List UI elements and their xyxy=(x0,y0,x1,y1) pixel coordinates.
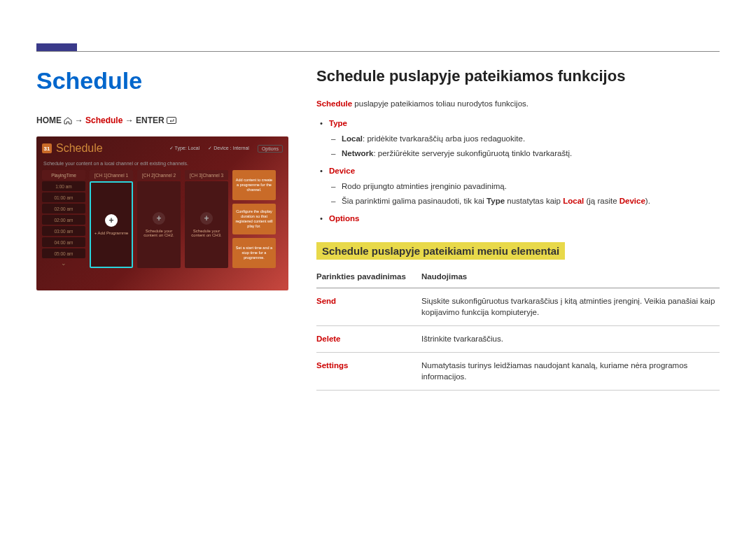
intro-line: Schedule puslapyje pateikiamos toliau nu… xyxy=(316,98,720,110)
sc-side-tip: Set a start time and a stop time for a p… xyxy=(232,238,276,268)
table-row: Send Siųskite sukonfigūruotus tvarkarašč… xyxy=(316,288,720,325)
opt-name-delete: Delete xyxy=(316,326,421,353)
sc-time-row: 1:00 am xyxy=(42,181,85,191)
chevron-down-icon: ⌄ xyxy=(42,260,85,268)
breadcrumb-home: HOME xyxy=(36,115,62,125)
sc-time-row: 04:00 am xyxy=(42,237,85,247)
table-row: Delete Ištrinkite tvarkaraščius. xyxy=(316,326,720,353)
breadcrumb-arrow-1: → xyxy=(75,115,83,125)
svg-rect-0 xyxy=(167,118,176,124)
device-note-mid: nustatytas kaip xyxy=(505,197,563,205)
opt-name-send: Send xyxy=(316,288,421,325)
table-row: Settings Numatytasis turinys leidžiamas … xyxy=(316,352,720,390)
type-local-label: Local xyxy=(342,134,363,143)
sc-channel-2: [CH 2]Channel 2 + Schedule your content … xyxy=(137,170,181,268)
opt-desc-send: Siųskite sukonfigūruotus tvarkaraščius į… xyxy=(421,288,720,325)
feature-options-label: Options xyxy=(329,214,359,223)
opt-name-settings: Settings xyxy=(316,352,421,390)
right-column: Schedule puslapyje pateikiamos funkcijos… xyxy=(316,67,720,391)
sc-header: 31 Schedule Type: Local Device : Interna… xyxy=(42,142,283,159)
sc-time-row: 05:00 am xyxy=(42,248,85,258)
device-note: Šia parinktimi galima pasinaudoti, tik k… xyxy=(342,195,720,208)
sc-title: Schedule xyxy=(56,142,103,155)
breadcrumb-schedule: Schedule xyxy=(85,115,122,125)
options-table: Parinkties pavadinimas Naudojimas Send S… xyxy=(316,267,720,391)
device-note-device: Device xyxy=(620,197,645,205)
sc-subtitle: Schedule your content on a local channel… xyxy=(42,159,283,170)
intro-text: puslapyje pateikiamos toliau nurodytos f… xyxy=(352,99,528,108)
sc-meta-type: Type: Local xyxy=(169,146,200,151)
left-column: Schedule HOME → Schedule → ENTER 31 Sche… xyxy=(36,67,288,290)
schedule-screenshot: 31 Schedule Type: Local Device : Interna… xyxy=(36,136,288,290)
type-sublist: Local: pridėkite tvarkaraščių arba juos … xyxy=(329,133,720,161)
feature-options: Options xyxy=(329,212,720,225)
sc-channels: [CH 1]Channel 1 + + Add Programme [CH 2]… xyxy=(90,170,228,268)
device-note-pre: Šia parinktimi galima pasinaudoti, tik k… xyxy=(342,197,486,205)
feature-device: Device Rodo prijungto atminties įrengini… xyxy=(329,164,720,208)
header-divider xyxy=(36,51,720,52)
sc-tile-label: Schedule your content on CH3. xyxy=(185,229,228,237)
sc-side-tip: Add content to create a programme for th… xyxy=(232,170,276,200)
breadcrumb: HOME → Schedule → ENTER xyxy=(36,115,288,127)
breadcrumb-enter: ENTER xyxy=(136,115,164,125)
type-local-text: : pridėkite tvarkaraščių arba juos redag… xyxy=(363,134,525,143)
sc-tile-label: Schedule your content on CH2. xyxy=(137,229,181,237)
section-heading: Schedule puslapyje pateikiamos funkcijos xyxy=(316,67,720,85)
feature-device-label: Device xyxy=(329,167,355,175)
sc-meta: Type: Local Device : Internal Options xyxy=(169,145,283,153)
enter-icon xyxy=(167,117,176,127)
sc-channel-header: [CH 3]Channel 3 xyxy=(185,170,228,180)
sc-channel-header: [CH 2]Channel 2 xyxy=(137,170,181,180)
sc-tile-label: + Add Programme xyxy=(92,231,132,235)
sc-times-header: PlayingTime xyxy=(42,170,85,180)
sc-channel-3: [CH 3]Channel 3 + Schedule your content … xyxy=(185,170,228,268)
sc-meta-device: Device : Internal xyxy=(208,146,249,151)
sc-channel-tile-selected: + + Add Programme xyxy=(90,181,133,268)
feature-type-label: Type xyxy=(329,119,347,127)
sc-channel-tile: + Schedule your content on CH2. xyxy=(137,181,181,268)
breadcrumb-arrow-2: → xyxy=(125,115,134,125)
header-accent-bar xyxy=(36,43,77,51)
th-option-name: Parinkties pavadinimas xyxy=(316,267,421,288)
sc-time-row: 03:00 am xyxy=(42,226,85,236)
device-note-local: Local xyxy=(563,197,584,205)
page-title-left: Schedule xyxy=(36,67,288,94)
plus-icon: + xyxy=(153,212,165,225)
sc-time-row: 01:00 am xyxy=(42,192,85,202)
type-local: Local: pridėkite tvarkaraščių arba juos … xyxy=(342,133,720,146)
type-network: Network: peržiūrėkite serveryje sukonfig… xyxy=(342,148,720,160)
feature-list: Type Local: pridėkite tvarkaraščių arba … xyxy=(316,117,720,225)
sc-channel-1: [CH 1]Channel 1 + + Add Programme xyxy=(90,170,133,268)
sc-meta-options: Options xyxy=(258,145,283,153)
intro-schedule: Schedule xyxy=(316,99,352,108)
opt-desc-settings: Numatytasis turinys leidžiamas naudojant… xyxy=(421,352,720,390)
home-icon xyxy=(64,117,72,127)
sc-time-row: 02:00 am xyxy=(42,204,85,213)
calendar-icon: 31 xyxy=(42,143,52,153)
sc-time-row: 02:00 am xyxy=(42,215,85,225)
type-network-label: Network xyxy=(342,149,373,157)
th-usage: Naudojimas xyxy=(421,267,720,288)
sc-body: PlayingTime 1:00 am 01:00 am 02:00 am 02… xyxy=(42,170,283,268)
device-line1: Rodo prijungto atminties įrenginio pavad… xyxy=(342,181,720,193)
feature-type: Type Local: pridėkite tvarkaraščių arba … xyxy=(329,117,720,160)
opt-desc-delete: Ištrinkite tvarkaraščius. xyxy=(421,326,720,353)
sc-times-col: PlayingTime 1:00 am 01:00 am 02:00 am 02… xyxy=(42,170,85,268)
plus-icon: + xyxy=(105,214,118,227)
device-sublist: Rodo prijungto atminties įrenginio pavad… xyxy=(329,181,720,209)
plus-icon: + xyxy=(200,212,213,225)
sc-channel-tile: + Schedule your content on CH3. xyxy=(185,181,228,268)
sc-side-tip: Configure the display duration so that r… xyxy=(232,204,276,234)
sc-side-tips: Add content to create a programme for th… xyxy=(232,170,276,268)
device-note-type: Type xyxy=(486,197,505,205)
device-note-post2: ). xyxy=(645,197,650,205)
device-note-post1: (ją rasite xyxy=(584,197,620,205)
subsection-heading: Schedule puslapyje pateikiami meniu elem… xyxy=(316,242,565,260)
type-network-text: : peržiūrėkite serveryje sukonfigūruotą … xyxy=(373,149,572,157)
sc-channel-header: [CH 1]Channel 1 xyxy=(90,170,133,180)
